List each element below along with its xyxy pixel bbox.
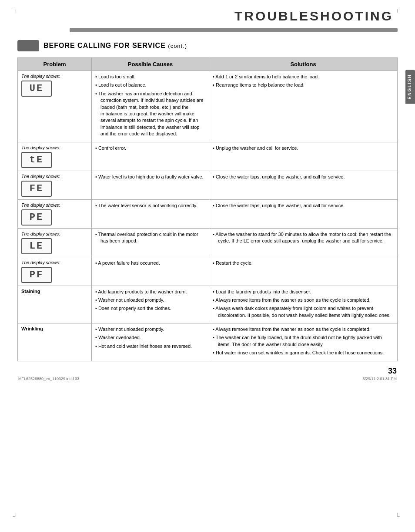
cause-item: Does not properly sort the clothes. [95, 305, 205, 312]
cause-item: Water level is too high due to a faulty … [95, 174, 205, 180]
display-code: PF [21, 267, 52, 283]
solutions-cell: Add 1 or 2 similar items to help balance… [209, 71, 398, 142]
problem-text-label: Wrinkling [21, 326, 88, 331]
problem-cell: Wrinkling [18, 323, 92, 361]
solution-item: Unplug the washer and call for service. [213, 145, 394, 152]
solutions-cell: Unplug the washer and call for service. [209, 142, 398, 171]
table-row: The display shows:FEWater level is too h… [18, 171, 398, 199]
display-code: UE [21, 81, 52, 97]
solutions-cell: Load the laundry products into the dispe… [209, 286, 398, 323]
problem-cell: The display shows:PF [18, 257, 92, 286]
cause-item: The washer has an imbalance detection an… [95, 91, 205, 138]
display-label: The display shows: [21, 231, 88, 236]
solution-item: Add 1 or 2 similar items to help balance… [213, 74, 394, 80]
table-header-row: Problem Possible Causes Solutions [18, 58, 398, 71]
cause-item: Control error. [95, 145, 205, 152]
display-code: FE [21, 181, 52, 197]
display-code: tE [21, 152, 52, 168]
footer-file-info: MFL62526880_en_110329.indd 33 [18, 377, 79, 381]
causes-cell: Load is too small.Load is out of balance… [92, 71, 209, 142]
table-row: The display shows:UELoad is too small.Lo… [18, 71, 398, 142]
table-row: WrinklingWasher not unloaded promptly.Wa… [18, 323, 398, 361]
page-title-area: TROUBLESHOOTING [17, 9, 398, 24]
col-header-solutions: Solutions [209, 58, 398, 71]
section-header-bar [17, 40, 39, 51]
table-row: The display shows:PEThe water level sens… [18, 199, 398, 228]
troubleshooting-table: Problem Possible Causes Solutions The di… [17, 57, 398, 361]
solution-item: The washer can be fully loaded, but the … [213, 334, 394, 348]
problem-text-label: Staining [21, 289, 88, 294]
display-label: The display shows: [21, 202, 88, 208]
table-row: StainingAdd laundry products to the wash… [18, 286, 398, 323]
table-row: The display shows:tEControl error.Unplug… [18, 142, 398, 171]
corner-mark-tr: ┌ [395, 5, 400, 12]
solutions-cell: Close the water taps, unplug the washer,… [209, 199, 398, 228]
cause-item: A power failure has occurred. [95, 260, 205, 266]
cause-item: Thermal overload protection circuit in t… [95, 231, 205, 245]
page-number: 33 [362, 367, 397, 376]
table-row: The display shows:PFA power failure has … [18, 257, 398, 286]
solution-item: Close the water taps, unplug the washer,… [213, 202, 394, 209]
problem-cell: The display shows:FE [18, 171, 92, 199]
corner-mark-br: └ [395, 513, 400, 520]
causes-cell: Washer not unloaded promptly.Washer over… [92, 323, 209, 361]
solution-item: Always remove items from the washer as s… [213, 297, 394, 303]
solution-item: Load the laundry products into the dispe… [213, 289, 394, 295]
solutions-cell: Restart the cycle. [209, 257, 398, 286]
section-header: BEFORE CALLING FOR SERVICE (cont.) [17, 40, 398, 51]
solutions-cell: Always remove items from the washer as s… [209, 323, 398, 361]
solutions-cell: Allow the washer to stand for 30 minutes… [209, 228, 398, 257]
title-bar [70, 28, 398, 32]
causes-cell: A power failure has occurred. [92, 257, 209, 286]
cause-item: Load is out of balance. [95, 82, 205, 88]
problem-cell: The display shows:LE [18, 228, 92, 257]
causes-cell: The water level sensor is not working co… [92, 199, 209, 228]
causes-cell: Control error. [92, 142, 209, 171]
causes-cell: Thermal overload protection circuit in t… [92, 228, 209, 257]
display-label: The display shows: [21, 74, 88, 79]
language-tab: ENGLISH [405, 70, 415, 104]
section-title: BEFORE CALLING FOR SERVICE (cont.) [44, 42, 187, 50]
solutions-cell: Close the water taps, unplug the washer,… [209, 171, 398, 199]
cause-item: Load is too small. [95, 74, 205, 80]
display-label: The display shows: [21, 260, 88, 265]
problem-cell: Staining [18, 286, 92, 323]
page-footer: MFL62526880_en_110329.indd 33 33 3/29/11… [17, 367, 398, 381]
solution-item: Always remove items from the washer as s… [213, 326, 394, 333]
page-title: TROUBLESHOOTING [234, 9, 393, 23]
causes-cell: Add laundry products to the washer drum.… [92, 286, 209, 323]
solution-item: Allow the washer to stand for 30 minutes… [213, 231, 394, 245]
table-row: The display shows:LEThermal overload pro… [18, 228, 398, 257]
causes-cell: Water level is too high due to a faulty … [92, 171, 209, 199]
solution-item: Rearrange items to help balance the load… [213, 82, 394, 88]
display-code: LE [21, 238, 52, 254]
cause-item: Washer overloaded. [95, 334, 205, 341]
display-label: The display shows: [21, 174, 88, 179]
cause-item: Hot and cold water inlet hoses are rever… [95, 343, 205, 350]
display-code: PE [21, 209, 52, 226]
solution-item: Hot water rinse can set wrinkles in garm… [213, 350, 394, 356]
cause-item: Washer not unloaded promptly. [95, 326, 205, 333]
cause-item: The water level sensor is not working co… [95, 202, 205, 209]
solution-item: Close the water taps, unplug the washer,… [213, 174, 394, 180]
problem-cell: The display shows:tE [18, 142, 92, 171]
display-label: The display shows: [21, 145, 88, 150]
cause-item: Add laundry products to the washer drum. [95, 289, 205, 295]
footer-timestamp: 3/29/11 2:01:31 PM [362, 377, 397, 381]
problem-cell: The display shows:PE [18, 199, 92, 228]
col-header-problem: Problem [18, 58, 92, 71]
corner-mark-tl: ┐ [13, 5, 17, 12]
corner-mark-bl: ┘ [13, 513, 17, 520]
col-header-causes: Possible Causes [92, 58, 209, 71]
solution-item: Restart the cycle. [213, 260, 394, 266]
cause-item: Washer not unloaded promptly. [95, 297, 205, 303]
solution-item: Always wash dark colors separately from … [213, 305, 394, 319]
problem-cell: The display shows:UE [18, 71, 92, 142]
